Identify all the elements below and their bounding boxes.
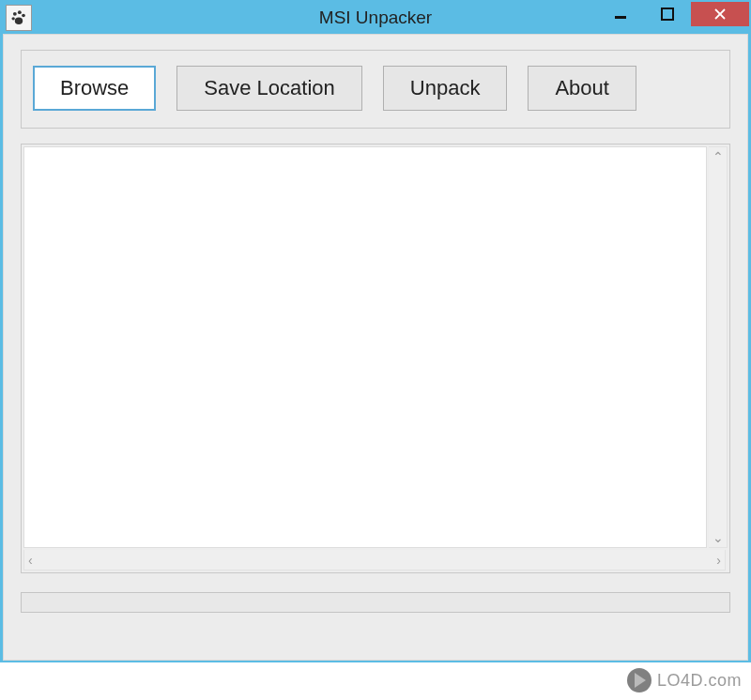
app-icon [6, 5, 32, 31]
maximize-button[interactable] [644, 2, 691, 26]
about-button[interactable]: About [528, 66, 636, 111]
svg-rect-5 [615, 16, 626, 19]
play-badge-icon [627, 668, 651, 692]
scroll-up-icon: ⌃ [709, 147, 728, 166]
titlebar[interactable]: MSI Unpacker [2, 2, 749, 34]
horizontal-scrollbar[interactable]: ‹ › [23, 550, 726, 571]
application-window: MSI Unpacker Browse Save L [0, 0, 751, 662]
content-panel: ⌃ ⌄ ‹ › [21, 144, 730, 573]
output-wrap: ⌃ ⌄ ‹ › [23, 146, 728, 571]
save-location-button[interactable]: Save Location [176, 66, 361, 111]
close-icon [713, 8, 727, 21]
vertical-scrollbar[interactable]: ⌃ ⌄ [709, 146, 728, 548]
svg-point-0 [13, 12, 17, 16]
maximize-icon [661, 8, 674, 21]
minimize-icon [614, 8, 627, 21]
scroll-right-icon: › [713, 551, 725, 570]
browse-button[interactable]: Browse [33, 66, 156, 111]
close-button[interactable] [691, 2, 749, 26]
minimize-button[interactable] [597, 2, 644, 26]
watermark: LO4D.com [627, 668, 742, 692]
window-controls [597, 2, 749, 34]
svg-point-2 [22, 14, 25, 18]
progress-bar [21, 592, 730, 613]
svg-rect-6 [662, 8, 673, 20]
toolbar: Browse Save Location Unpack About [21, 50, 730, 129]
svg-point-4 [15, 18, 23, 25]
client-area: Browse Save Location Unpack About ⌃ ⌄ ‹ … [3, 34, 748, 661]
watermark-text: LO4D.com [657, 671, 742, 691]
scroll-down-icon: ⌄ [709, 528, 728, 547]
output-textarea[interactable] [23, 146, 707, 548]
svg-point-1 [18, 10, 22, 14]
scroll-left-icon: ‹ [24, 551, 37, 570]
unpack-button[interactable]: Unpack [383, 66, 508, 111]
svg-point-3 [12, 17, 15, 20]
paw-icon [9, 8, 28, 27]
